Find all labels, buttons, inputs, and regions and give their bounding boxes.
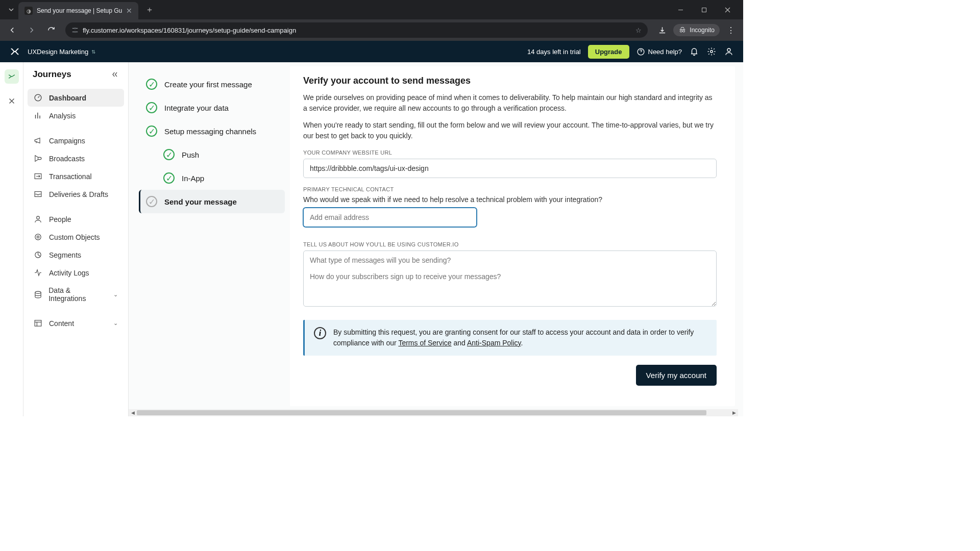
consent-info-box: i By submitting this request, you are gr… [303, 320, 717, 356]
nav-people[interactable]: People [28, 210, 124, 228]
rail-secondary-icon[interactable] [5, 94, 19, 108]
svg-point-4 [75, 28, 76, 29]
layout-icon [34, 319, 43, 328]
incognito-indicator[interactable]: Incognito [673, 24, 720, 36]
consent-text: By submitting this request, you are gran… [333, 327, 707, 348]
nav-segments[interactable]: Segments [28, 246, 124, 264]
downloads-icon[interactable] [654, 22, 670, 38]
nav-dashboard[interactable]: Dashboard [28, 89, 124, 107]
tab-favicon-icon: ◑ [24, 7, 33, 15]
browser-tab[interactable]: ◑ Send your message | Setup Gu ✕ [18, 2, 138, 19]
address-bar[interactable]: fly.customer.io/workspaces/160831/journe… [65, 22, 648, 38]
sidebar: Journeys Dashboard Analysis Campaigns Br… [23, 62, 129, 416]
form-intro-1: We pride ourselves on providing peace of… [303, 92, 717, 114]
arrows-icon [34, 172, 43, 181]
svg-rect-2 [72, 28, 75, 29]
verify-account-form: Verify your account to send messages We … [290, 66, 735, 406]
nav-broadcasts[interactable]: Broadcasts [28, 149, 124, 167]
bookmark-star-icon[interactable]: ☆ [635, 27, 642, 34]
browser-back-button[interactable] [4, 22, 20, 38]
check-circle-icon: ✓ [163, 149, 175, 160]
help-label: Need help? [648, 48, 682, 56]
step-create-message[interactable]: ✓Create your first message [139, 72, 285, 96]
nav-transactional[interactable]: Transactional [28, 167, 124, 185]
svg-rect-5 [72, 32, 75, 32]
need-help-link[interactable]: Need help? [636, 47, 682, 56]
nav-custom-objects[interactable]: Custom Objects [28, 228, 124, 246]
nav-deliveries[interactable]: Deliveries & Drafts [28, 185, 124, 203]
incognito-icon [678, 26, 687, 34]
step-integrate-data[interactable]: ✓Integrate your data [139, 96, 285, 119]
svg-rect-3 [76, 28, 78, 29]
svg-point-15 [35, 234, 41, 240]
svg-rect-1 [702, 8, 706, 12]
rail-journeys-icon[interactable] [5, 69, 19, 84]
nav-campaigns[interactable]: Campaigns [28, 132, 124, 149]
website-url-input[interactable] [303, 159, 717, 178]
scrollbar-track[interactable] [137, 409, 730, 416]
svg-point-14 [37, 216, 40, 219]
horizontal-scrollbar[interactable]: ◀ ▶ [129, 409, 738, 416]
window-minimize-button[interactable] [669, 0, 692, 19]
site-settings-icon[interactable] [71, 27, 79, 34]
scroll-left-button[interactable]: ◀ [129, 409, 137, 416]
window-close-button[interactable] [716, 0, 739, 19]
step-in-app[interactable]: ✓In-App [139, 166, 285, 190]
trial-days-text: 14 days left in trial [527, 48, 581, 56]
tab-close-icon[interactable]: ✕ [126, 7, 132, 15]
new-tab-button[interactable]: ＋ [142, 3, 157, 17]
app-rail [0, 62, 23, 416]
database-icon [34, 290, 42, 299]
check-circle-icon: ✓ [146, 196, 157, 207]
nav-data-integrations[interactable]: Data & Integrations⌄ [28, 282, 124, 307]
technical-contact-input[interactable] [303, 208, 477, 227]
notifications-icon[interactable] [689, 46, 699, 57]
workspace-switcher[interactable]: UXDesign Marketing ⇅ [28, 48, 95, 56]
window-maximize-button[interactable] [692, 0, 716, 19]
technical-contact-helper: Who would we speak with if we need to he… [303, 195, 717, 204]
usage-label: TELL US ABOUT HOW YOU'LL BE USING CUSTOM… [303, 241, 717, 247]
svg-point-18 [35, 291, 41, 293]
browser-forward-button[interactable] [23, 22, 40, 38]
app-logo-icon[interactable] [9, 46, 20, 57]
check-circle-icon: ✓ [146, 126, 157, 137]
tab-list-dropdown[interactable] [4, 3, 18, 17]
step-push[interactable]: ✓Push [139, 143, 285, 166]
nav-content[interactable]: Content⌄ [28, 314, 124, 332]
inbox-icon [34, 190, 43, 198]
info-icon: i [314, 327, 326, 339]
form-title: Verify your account to send messages [303, 76, 717, 86]
anti-spam-policy-link[interactable]: Anti-Spam Policy [467, 339, 521, 347]
svg-point-9 [710, 51, 713, 53]
incognito-label: Incognito [690, 27, 715, 34]
step-send-message[interactable]: ✓Send your message [139, 190, 285, 213]
website-url-label: YOUR COMPANY WEBSITE URL [303, 149, 717, 156]
help-circle-icon [636, 47, 645, 56]
nav-activity-logs[interactable]: Activity Logs [28, 264, 124, 282]
upgrade-button[interactable]: Upgrade [588, 45, 629, 59]
person-icon [34, 215, 43, 223]
sidebar-collapse-icon[interactable] [111, 70, 119, 79]
svg-point-7 [75, 31, 76, 32]
browser-tab-strip: ◑ Send your message | Setup Gu ✕ ＋ [0, 0, 743, 19]
verify-account-button[interactable]: Verify my account [636, 365, 717, 386]
usage-textarea[interactable] [303, 251, 717, 307]
settings-gear-icon[interactable] [706, 46, 717, 57]
pie-chart-icon [34, 251, 43, 259]
scroll-right-button[interactable]: ▶ [730, 409, 738, 416]
svg-point-10 [727, 48, 730, 52]
browser-menu-icon[interactable]: ⋮ [723, 22, 739, 38]
nav-analysis[interactable]: Analysis [28, 107, 124, 124]
url-text: fly.customer.io/workspaces/160831/journe… [83, 27, 631, 34]
workspace-name: UXDesign Marketing [28, 48, 88, 56]
browser-reload-button[interactable] [43, 22, 59, 38]
profile-icon[interactable] [724, 46, 734, 57]
step-messaging-channels[interactable]: ✓Setup messaging channels [139, 119, 285, 143]
svg-rect-19 [35, 320, 41, 326]
activity-icon [34, 268, 43, 277]
scrollbar-thumb[interactable] [137, 410, 706, 415]
form-intro-2: When you're ready to start sending, fill… [303, 120, 717, 141]
bar-chart-icon [34, 111, 43, 120]
terms-of-service-link[interactable]: Terms of Service [398, 339, 451, 347]
technical-contact-label: PRIMARY TECHNICAL CONTACT [303, 186, 717, 192]
